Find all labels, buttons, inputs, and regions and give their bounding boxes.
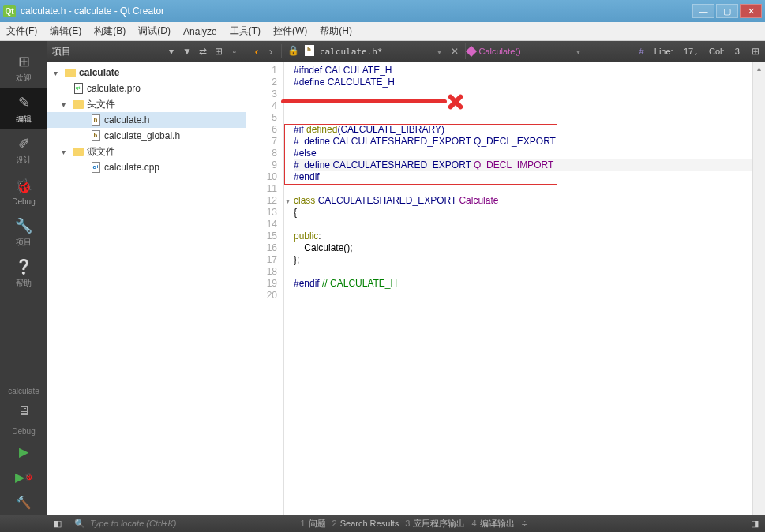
output-tab-compile[interactable]: 编译输出	[480, 518, 515, 530]
project-panel: 项目 ▾ ▼ ⇄ ⊞ ▫ ▾ calculate calculate.pro ▾…	[47, 41, 246, 515]
app-icon: Qt	[3, 5, 16, 17]
tree-headers-folder[interactable]: ▾ 头文件	[47, 96, 246, 112]
tree-file-calculate-h[interactable]: calculate.h	[47, 112, 246, 128]
tree-project-root[interactable]: ▾ calculate	[47, 65, 246, 81]
menu-widgets[interactable]: 控件(W)	[267, 22, 313, 40]
mode-help[interactable]: ❔ 帮助	[0, 253, 47, 294]
menu-edit[interactable]: 编辑(E)	[43, 22, 88, 40]
menu-file[interactable]: 文件(F)	[0, 22, 43, 40]
mode-welcome[interactable]: ⊞ 欢迎	[0, 47, 47, 88]
toggle-right-panel-button[interactable]: ◨	[744, 515, 765, 532]
close-panel-icon[interactable]: ▫	[228, 45, 241, 58]
tree-sources-folder[interactable]: ▾ 源文件	[47, 144, 246, 159]
question-icon: ❔	[14, 257, 33, 276]
annotation-cross	[446, 92, 470, 112]
panel-title: 项目	[52, 45, 162, 58]
caret-down-icon[interactable]: ▾	[54, 69, 62, 77]
mode-label: 设计	[16, 155, 32, 166]
output-tab-issues[interactable]: 问题	[309, 518, 326, 530]
folder-icon	[73, 148, 84, 156]
kit-name: calculate	[8, 387, 39, 395]
menubar: 文件(F) 编辑(E) 构建(B) 调试(D) Analyze 工具(T) 控件…	[0, 22, 765, 41]
file-type-icon	[305, 45, 317, 58]
nav-back-button[interactable]: ‹	[249, 44, 264, 58]
mode-label: 项目	[16, 237, 32, 248]
project-tree: ▾ calculate calculate.pro ▾ 头文件 calculat…	[47, 62, 246, 515]
folder-icon	[73, 100, 84, 109]
tree-label: 源文件	[87, 145, 115, 159]
caret-down-icon[interactable]: ▾	[62, 148, 69, 156]
pro-file-icon	[74, 83, 83, 94]
folder-icon	[65, 69, 76, 77]
kit-selector[interactable]: 🖥	[0, 399, 47, 424]
build-button[interactable]: 🔨	[0, 489, 47, 515]
tree-label: calculate.pro	[87, 83, 141, 94]
link-icon[interactable]: ⇄	[197, 45, 209, 58]
mode-edit[interactable]: ✎ 编辑	[0, 88, 47, 129]
menu-analyze[interactable]: Analyze	[177, 22, 223, 40]
menu-tools[interactable]: 工具(T)	[223, 22, 267, 40]
status-bar: ◧ 🔍 Type to locate (Ctrl+K) 1 问题 2 Searc…	[0, 515, 765, 532]
mode-sidebar: ⊞ 欢迎 ✎ 编辑 ✐ 设计 🐞 Debug 🔧 项目 ❔ 帮助 calcula…	[0, 41, 47, 515]
bug-icon: 🐞	[14, 177, 33, 196]
line-number-gutter: 123 456 789 101112 131415 161718 1920	[246, 62, 284, 515]
edit-icon: ✎	[14, 93, 33, 112]
open-file-name[interactable]: calculate.h*	[320, 47, 382, 57]
maximize-button[interactable]: ▢	[716, 4, 738, 18]
menu-build[interactable]: 构建(B)	[88, 22, 132, 40]
tree-label: calculate	[79, 67, 119, 78]
menu-help[interactable]: 帮助(H)	[313, 22, 358, 40]
mode-design[interactable]: ✐ 设计	[0, 129, 47, 170]
file-dropdown[interactable]: ▾	[433, 47, 446, 56]
header-file-icon	[92, 114, 100, 126]
output-expand-icon[interactable]: ≑	[521, 519, 528, 529]
symbol-dropdown[interactable]: ▾	[572, 47, 585, 56]
window-titlebar: Qt calculate.h - calculate - Qt Creator …	[0, 0, 765, 22]
mode-debug[interactable]: 🐞 Debug	[0, 170, 47, 212]
output-tab-appoutput[interactable]: 应用程序输出	[413, 518, 465, 530]
mode-label: 欢迎	[16, 73, 32, 84]
pencil-ruler-icon: ✐	[14, 134, 33, 153]
tree-label: 头文件	[87, 98, 115, 111]
symbol-selector[interactable]: Calculate()	[467, 47, 520, 56]
minimize-button[interactable]: —	[692, 4, 714, 18]
run-debug-button[interactable]: ▶🐞	[0, 464, 47, 489]
mode-label: Debug	[12, 197, 35, 206]
tree-file-calculate-global-h[interactable]: calculate_global.h	[47, 128, 246, 144]
cursor-position[interactable]: # Line: 17, Col: 3	[639, 47, 746, 57]
split-icon[interactable]: ⊞	[212, 45, 225, 58]
split-editor-icon[interactable]: ⊞	[749, 45, 762, 58]
header-file-icon	[92, 130, 100, 141]
locator-input[interactable]: 🔍 Type to locate (Ctrl+K)	[68, 515, 287, 532]
caret-down-icon[interactable]: ▾	[62, 100, 69, 109]
editor-vertical-scrollbar[interactable]: ▴	[752, 62, 765, 515]
tree-label: calculate.h	[104, 114, 149, 126]
mode-label: 帮助	[16, 278, 32, 289]
output-tab-search[interactable]: Search Results	[340, 519, 399, 528]
nav-forward-button[interactable]: ›	[264, 44, 278, 58]
mode-project[interactable]: 🔧 项目	[0, 212, 47, 253]
tree-label: calculate_global.h	[104, 130, 180, 141]
mode-label: 编辑	[16, 114, 32, 125]
filter-icon[interactable]: ▼	[181, 45, 193, 58]
method-icon	[466, 46, 477, 57]
tree-label: calculate.cpp	[104, 162, 159, 173]
close-file-button[interactable]: ✕	[446, 46, 463, 57]
tree-pro-file[interactable]: calculate.pro	[47, 81, 246, 96]
build-config: Debug	[12, 427, 35, 436]
menu-debug[interactable]: 调试(D)	[132, 22, 177, 40]
annotation-strikeout	[281, 99, 447, 103]
grid-icon: ⊞	[14, 52, 33, 71]
lock-icon[interactable]: 🔒	[287, 45, 300, 58]
tree-file-calculate-cpp[interactable]: calculate.cpp	[47, 159, 246, 175]
run-button[interactable]: ▶	[0, 439, 47, 464]
wrench-icon: 🔧	[14, 216, 33, 235]
scroll-up-icon[interactable]: ▴	[753, 62, 765, 74]
cpp-file-icon	[92, 162, 100, 173]
editor-toolbar: ‹ › 🔒 calculate.h* ▾ ✕ Calculate() ▾ # L…	[246, 41, 765, 62]
code-editor[interactable]: #ifndef CALCULATE_H #define CALCULATE_H …	[284, 62, 752, 515]
project-panel-header: 项目 ▾ ▼ ⇄ ⊞ ▫	[47, 41, 246, 62]
chevron-down-icon[interactable]: ▾	[165, 45, 178, 58]
close-button[interactable]: ✕	[740, 4, 762, 18]
toggle-sidebar-button[interactable]: ◧	[47, 515, 68, 532]
